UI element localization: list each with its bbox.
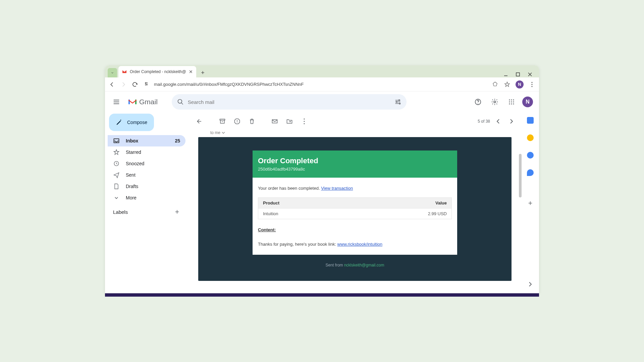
document-icon <box>113 183 120 190</box>
tab-search-button[interactable] <box>108 68 117 77</box>
arrow-left-icon <box>196 118 203 125</box>
side-panel-toggle[interactable] <box>529 282 532 287</box>
pager-prev-button[interactable] <box>493 116 503 127</box>
sidebar-item-snoozed[interactable]: Snoozed <box>108 158 185 169</box>
details-dropdown-button[interactable] <box>222 131 225 134</box>
tab-title: Order Completed - ncklskeith@ <box>130 69 186 74</box>
add-label-button[interactable] <box>174 209 180 215</box>
close-tab-button[interactable]: ✕ <box>189 69 193 74</box>
sidebar-item-drafts[interactable]: Drafts <box>108 181 185 192</box>
site-info-button[interactable] <box>143 81 150 88</box>
keep-addon[interactable] <box>527 134 534 141</box>
url-input[interactable]: mail.google.com/mail/u/0/#inbox/FMfcgzQX… <box>154 82 487 87</box>
sidebar-item-starred[interactable]: Starred <box>108 146 185 158</box>
gmail-header: Gmail N <box>105 92 539 112</box>
sidebar-item-label: Drafts <box>126 184 138 189</box>
sender-email-link[interactable]: ncklskeith@gmail.com <box>344 263 384 267</box>
svg-point-35 <box>304 121 305 122</box>
nav-forward-button[interactable] <box>120 81 127 88</box>
move-to-button[interactable] <box>283 115 296 128</box>
pencil-icon <box>116 119 122 126</box>
mark-unread-button[interactable] <box>268 115 281 128</box>
book-link[interactable]: www.ricksbook/intuition <box>337 242 382 247</box>
trash-icon <box>249 118 255 125</box>
window-maximize-button[interactable] <box>515 71 521 77</box>
inbox-icon <box>113 137 120 144</box>
spam-icon <box>234 118 240 125</box>
gmail-logo-icon <box>128 98 137 106</box>
sent-from: Sent from ncklskeith@gmail.com <box>198 263 512 267</box>
search-icon <box>177 99 184 105</box>
settings-button[interactable] <box>489 96 501 108</box>
svg-line-13 <box>181 103 183 105</box>
svg-rect-5 <box>145 84 146 85</box>
inbox-count: 25 <box>175 138 180 143</box>
email-view: 5 of 38 to me Order Completed 250d6b40ad… <box>188 112 522 293</box>
side-panel <box>522 112 539 293</box>
calendar-addon[interactable] <box>527 117 534 124</box>
get-addons-button[interactable] <box>527 200 533 206</box>
main-menu-button[interactable] <box>109 95 124 109</box>
url-text: mail.google.com/mail/u/0/#inbox/FMfcgzQX… <box>154 82 304 87</box>
thanks-text: Thanks for paying, here's your book link… <box>258 242 337 247</box>
account-avatar[interactable]: N <box>522 97 533 107</box>
scrollbar-thumb[interactable] <box>519 154 522 197</box>
order-id: 250d6b40adfb43799a8c <box>258 167 452 172</box>
gmail-favicon-icon <box>122 69 127 74</box>
apps-grid-icon <box>508 99 515 105</box>
svg-point-26 <box>509 103 510 104</box>
svg-point-28 <box>513 103 514 104</box>
svg-point-24 <box>511 101 512 102</box>
gmail-logo[interactable]: Gmail <box>128 98 158 106</box>
svg-point-21 <box>511 99 512 100</box>
svg-point-12 <box>178 100 182 104</box>
svg-point-7 <box>531 82 532 83</box>
cell-product: Intuition <box>258 208 351 219</box>
archive-icon <box>219 118 226 125</box>
bookmark-button[interactable] <box>503 81 511 88</box>
window-close-button[interactable] <box>527 71 533 77</box>
email-toolbar: 5 of 38 <box>188 112 522 130</box>
sidebar-item-more[interactable]: More <box>108 192 185 203</box>
plus-icon <box>174 209 180 215</box>
profile-button[interactable]: N <box>516 80 524 88</box>
col-value: Value <box>351 198 451 208</box>
browser-tab-active[interactable]: Order Completed - ncklskeith@ ✕ <box>118 66 196 77</box>
view-transaction-link[interactable]: View transaction <box>321 186 353 191</box>
nav-back-button[interactable] <box>108 81 116 88</box>
sidebar-item-label: Starred <box>126 149 141 155</box>
table-row: Intuition 2.99 USD <box>258 208 452 219</box>
browser-menu-button[interactable] <box>528 81 536 88</box>
report-spam-button[interactable] <box>230 115 244 128</box>
chevron-down-icon <box>110 71 114 75</box>
compose-button[interactable]: Compose <box>109 114 154 131</box>
extension-button[interactable] <box>491 81 499 88</box>
search-input[interactable] <box>184 99 394 105</box>
window-minimize-button[interactable] <box>503 71 509 77</box>
svg-point-27 <box>511 103 512 104</box>
new-tab-button[interactable]: + <box>198 68 208 77</box>
contacts-addon[interactable] <box>527 169 534 176</box>
tasks-addon[interactable] <box>527 152 534 159</box>
os-taskbar-edge <box>105 293 539 297</box>
sidebar-item-sent[interactable]: Sent <box>108 169 185 181</box>
back-to-inbox-button[interactable] <box>193 115 206 128</box>
delete-button[interactable] <box>245 115 259 128</box>
search-options-button[interactable] <box>394 99 401 105</box>
pager-next-button[interactable] <box>506 116 517 127</box>
support-button[interactable] <box>472 96 484 108</box>
svg-point-25 <box>513 101 514 102</box>
sidebar-item-inbox[interactable]: Inbox 25 <box>108 135 185 146</box>
order-title: Order Completed <box>258 157 452 165</box>
hamburger-icon <box>113 98 120 106</box>
search-bar[interactable] <box>172 94 407 110</box>
apps-button[interactable] <box>505 96 518 108</box>
archive-button[interactable] <box>216 115 229 128</box>
send-icon <box>113 172 120 178</box>
mail-icon <box>271 118 278 125</box>
tune-icon <box>394 99 401 105</box>
svg-rect-3 <box>145 82 146 84</box>
more-actions-button[interactable] <box>298 115 311 128</box>
pager-text: 5 of 38 <box>478 119 490 124</box>
nav-reload-button[interactable] <box>131 81 139 88</box>
